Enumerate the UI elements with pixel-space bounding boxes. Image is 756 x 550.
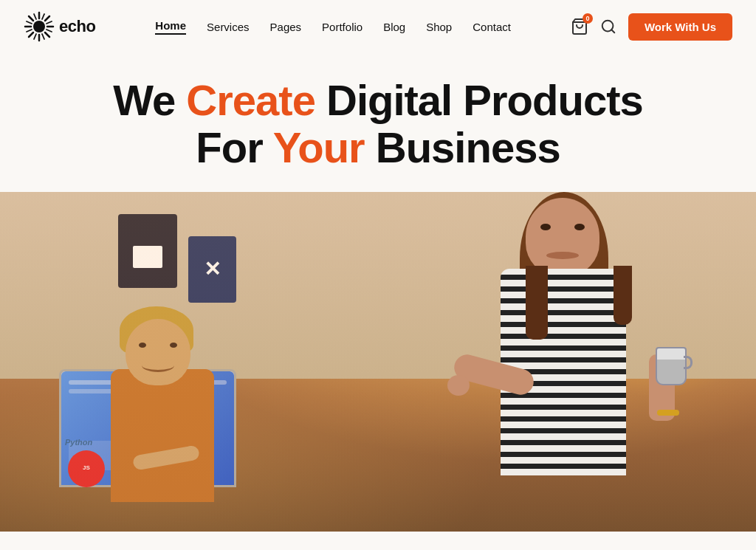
hero-line1: We Create Digital Products (113, 76, 642, 124)
nav-item-home[interactable]: Home (155, 19, 186, 35)
hero-line1-part2: Digital Products (315, 76, 643, 124)
badge-text: JS (83, 465, 90, 472)
svg-line-5 (29, 16, 33, 21)
s-eye-left (540, 224, 551, 230)
sitting-head (126, 319, 190, 385)
logo[interactable]: echo (24, 11, 95, 42)
standing-hand (447, 375, 470, 396)
cup-rim (657, 348, 685, 360)
svg-line-14 (27, 30, 32, 32)
search-button[interactable] (600, 18, 616, 35)
mouth (142, 359, 174, 372)
work-with-us-button[interactable]: Work With Us (628, 13, 732, 41)
cart-badge: 0 (583, 13, 593, 24)
hero-line2-part2: Business (365, 123, 560, 171)
svg-line-6 (45, 32, 49, 37)
photo-scene: Python JS (0, 192, 756, 532)
hero-line2-part1: For (196, 123, 273, 171)
logo-text: echo (59, 17, 95, 36)
python-sticker: Python (65, 438, 92, 447)
site-header: echo Home Services Pages Portfolio Blog … (0, 0, 756, 53)
nav-item-services[interactable]: Services (207, 21, 250, 33)
svg-line-16 (34, 34, 36, 39)
person-standing (446, 192, 712, 532)
search-icon (600, 18, 616, 35)
cup-handle (684, 356, 693, 369)
hair-strand-left (526, 266, 548, 340)
header-actions: 0 Work With Us (571, 13, 732, 41)
nav-item-pages[interactable]: Pages (270, 21, 302, 33)
hero-heading: We Create Digital Products For Your Busi… (15, 77, 741, 171)
svg-line-12 (42, 34, 44, 39)
nav-item-blog[interactable]: Blog (383, 21, 405, 33)
hero-line2: For Your Business (196, 123, 560, 171)
svg-line-15 (42, 14, 44, 19)
s-eye-right (574, 224, 585, 230)
svg-line-7 (45, 16, 49, 21)
hair-strand-right (614, 266, 632, 325)
svg-line-9 (27, 21, 32, 24)
s-mouth (546, 252, 579, 259)
main-nav: Home Services Pages Portfolio Blog Shop … (155, 19, 511, 35)
nav-item-shop[interactable]: Shop (426, 21, 452, 33)
svg-line-13 (47, 21, 52, 24)
nav-item-portfolio[interactable]: Portfolio (322, 21, 362, 33)
bracelet (657, 410, 679, 416)
coffee-cup (656, 347, 687, 385)
svg-line-11 (34, 14, 36, 19)
svg-line-8 (29, 32, 33, 37)
eye-right (170, 343, 177, 348)
cart-button[interactable]: 0 (571, 18, 588, 35)
hero-image-section: Python JS (0, 192, 756, 532)
svg-line-10 (47, 30, 52, 32)
svg-line-19 (611, 30, 614, 32)
hero-line1-part1: We (113, 76, 186, 124)
sitting-body (111, 369, 214, 502)
hero-highlight-your: Your (273, 123, 365, 171)
standing-head (526, 198, 599, 275)
eye-left (139, 343, 146, 348)
laptop-badge: JS (68, 450, 105, 487)
cart-icon-wrap: 0 (571, 18, 588, 35)
logo-icon (24, 11, 55, 42)
person-sitting: Python JS (59, 236, 266, 532)
hero-text-section: We Create Digital Products For Your Busi… (0, 53, 756, 192)
svg-point-0 (33, 21, 45, 32)
hero-highlight-create: Create (186, 76, 315, 124)
nav-item-contact[interactable]: Contact (472, 21, 511, 33)
